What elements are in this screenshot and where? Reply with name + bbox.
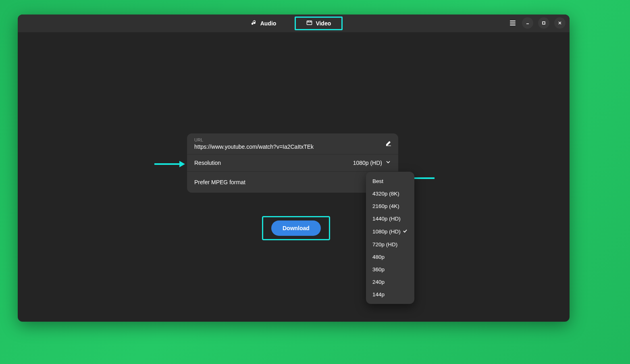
download-button[interactable]: Download	[271, 220, 321, 236]
hamburger-menu-button[interactable]	[508, 19, 517, 27]
resolution-option[interactable]: 480p	[366, 251, 414, 263]
tabs-container: Audio Video	[245, 17, 343, 30]
resolution-option-label: 1440p (HD)	[372, 216, 401, 222]
url-row[interactable]: URL https://www.youtube.com/watch?v=Ia2C…	[187, 133, 398, 154]
resolution-option[interactable]: 720p (HD)	[366, 238, 414, 251]
resolution-option-label: 480p	[372, 254, 385, 260]
resolution-option[interactable]: 2160p (4K)	[366, 200, 414, 212]
tab-audio-label: Audio	[260, 20, 277, 27]
window-controls	[508, 17, 566, 29]
maximize-button[interactable]	[538, 17, 549, 29]
resolution-option-label: 240p	[372, 279, 385, 285]
video-icon	[306, 20, 312, 27]
app-window: Audio Video	[18, 15, 570, 322]
resolution-option-label: 4320p (8K)	[372, 191, 399, 197]
resolution-option-label: 2160p (4K)	[372, 203, 399, 209]
resolution-label: Resolution	[194, 160, 353, 166]
annotation-arrow-url	[154, 163, 179, 165]
check-icon	[402, 228, 408, 235]
mpeg-label: Prefer MPEG format	[194, 179, 391, 185]
svg-rect-8	[386, 146, 391, 146]
resolution-option[interactable]: 1440p (HD)	[366, 212, 414, 225]
resolution-row[interactable]: Resolution 1080p (HD)	[187, 154, 398, 172]
resolution-option[interactable]: Best	[366, 175, 414, 187]
resolution-option[interactable]: 144p	[366, 288, 414, 301]
chevron-down-icon	[385, 159, 391, 166]
minimize-button[interactable]	[522, 17, 533, 29]
close-icon	[557, 21, 562, 25]
svg-rect-5	[543, 22, 545, 24]
resolution-dropdown: Best4320p (8K)2160p (4K)1440p (HD)1080p …	[366, 172, 414, 304]
content-area: URL https://www.youtube.com/watch?v=Ia2C…	[18, 32, 570, 322]
close-button[interactable]	[554, 17, 566, 29]
music-note-icon	[251, 20, 257, 27]
url-field-label: URL	[194, 137, 203, 142]
resolution-value: 1080p (HD)	[353, 160, 382, 166]
resolution-option[interactable]: 360p	[366, 263, 414, 276]
pencil-icon	[385, 140, 392, 146]
resolution-option[interactable]: 4320p (8K)	[366, 187, 414, 200]
resolution-option[interactable]: 1080p (HD)	[366, 225, 414, 238]
minimize-icon	[525, 21, 530, 25]
tab-video[interactable]: Video	[295, 17, 343, 30]
resolution-option-label: 144p	[372, 291, 385, 297]
resolution-option-label: 360p	[372, 266, 385, 272]
download-button-highlight: Download	[262, 216, 330, 240]
resolution-option-label: Best	[372, 178, 383, 184]
url-field-value: https://www.youtube.com/watch?v=Ia2CaItx…	[194, 144, 314, 150]
tab-video-label: Video	[316, 20, 331, 27]
maximize-icon	[541, 21, 546, 25]
resolution-option[interactable]: 240p	[366, 276, 414, 288]
resolution-option-label: 1080p (HD)	[372, 229, 401, 235]
tab-audio[interactable]: Audio	[245, 17, 283, 29]
titlebar: Audio Video	[18, 15, 570, 32]
edit-url-button[interactable]	[385, 140, 392, 148]
svg-rect-0	[307, 21, 312, 25]
resolution-option-label: 720p (HD)	[372, 241, 397, 248]
